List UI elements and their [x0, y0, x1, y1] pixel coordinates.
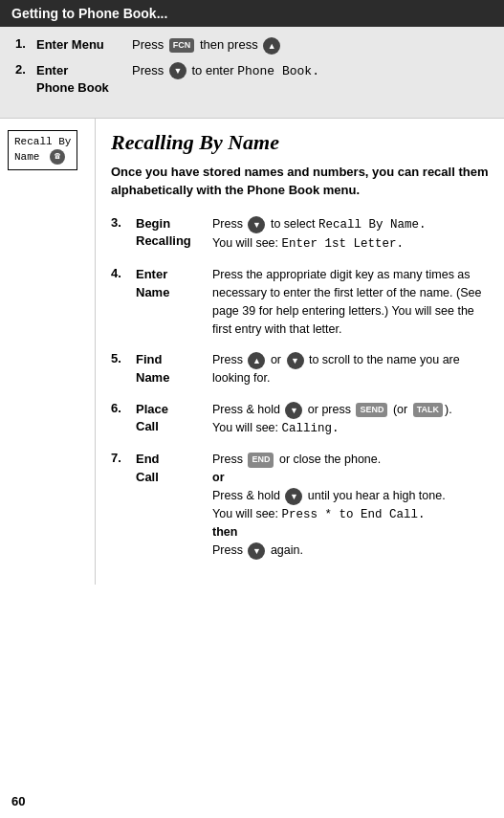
- step-7: 7. EndCall Press END or close the phone.…: [111, 451, 489, 560]
- header-bar: Getting to Phone Book...: [0, 0, 504, 27]
- end-button-icon: END: [248, 453, 274, 468]
- down-arrow-button-2: ▼: [169, 62, 186, 79]
- step-label-5: FindName: [136, 351, 212, 386]
- step-content-5: Press ▲ or ▼ to scroll to the name you a…: [212, 351, 489, 387]
- step-6: 6. PlaceCall Press & hold ▼ or press SEN…: [111, 401, 489, 438]
- phone-icon: ☎: [50, 149, 65, 165]
- down-btn-7b: ▼: [248, 542, 265, 560]
- page-number: 60: [11, 794, 25, 808]
- sidebar-box: Recall ByName ☎: [8, 130, 77, 170]
- step-label-1: Enter Menu: [36, 36, 132, 54]
- step-num-4: 4.: [111, 266, 132, 280]
- fcn-button-icon: FCN: [169, 38, 195, 53]
- step-content-6: Press & hold ▼ or press SEND (or TALK). …: [212, 401, 489, 438]
- step-num-6: 6.: [111, 401, 132, 415]
- step-desc-2: Press ▼ to enter Phone Book.: [132, 62, 319, 80]
- step-label-4: EnterName: [136, 266, 212, 300]
- step-num-5: 5.: [111, 351, 132, 365]
- getting-step-1: 1. Enter Menu Press FCN then press ▲: [15, 36, 489, 55]
- down-btn-7: ▼: [285, 488, 302, 505]
- section-title: Recalling By Name: [111, 130, 489, 155]
- step-4: 4. EnterName Press the appropriate digit…: [111, 266, 489, 338]
- step-desc-1: Press FCN then press ▲: [132, 36, 282, 55]
- up-arrow-button: ▲: [263, 37, 280, 55]
- step-content-7: Press END or close the phone. or Press &…: [212, 451, 489, 560]
- main-content: Recall ByName ☎ Recalling By Name Once y…: [0, 119, 504, 585]
- down-btn-5: ▼: [287, 352, 304, 369]
- step-label-6: PlaceCall: [136, 401, 212, 435]
- step-num-2: 2.: [15, 62, 33, 77]
- step-num-1: 1.: [15, 36, 33, 51]
- down-btn-6: ▼: [285, 402, 302, 419]
- section-intro: Once you have stored names and numbers, …: [111, 163, 489, 200]
- step-label-2: EnterPhone Book: [36, 62, 132, 97]
- step-content-3: Press ▼ to select Recall By Name. You wi…: [212, 215, 489, 254]
- right-content: Recalling By Name Once you have stored n…: [96, 119, 504, 585]
- getting-step-2: 2. EnterPhone Book Press ▼ to enter Phon…: [15, 62, 489, 97]
- step-content-4: Press the appropriate digit key as many …: [212, 266, 489, 338]
- step-label-7: EndCall: [136, 451, 212, 485]
- step-num-3: 3.: [111, 215, 132, 230]
- down-btn-3: ▼: [248, 216, 265, 233]
- header-title: Getting to Phone Book...: [11, 6, 167, 21]
- sidebar: Recall ByName ☎: [0, 119, 96, 585]
- send-button-icon: SEND: [356, 403, 387, 418]
- step-num-7: 7.: [111, 451, 132, 465]
- up-btn-5: ▲: [248, 352, 265, 369]
- step-3: 3. BeginRecalling Press ▼ to select Reca…: [111, 215, 489, 254]
- step-label-3: BeginRecalling: [136, 215, 212, 250]
- getting-section: 1. Enter Menu Press FCN then press ▲ 2. …: [0, 27, 504, 119]
- step-5: 5. FindName Press ▲ or ▼ to scroll to th…: [111, 351, 489, 387]
- talk-button-icon: TALK: [413, 403, 443, 418]
